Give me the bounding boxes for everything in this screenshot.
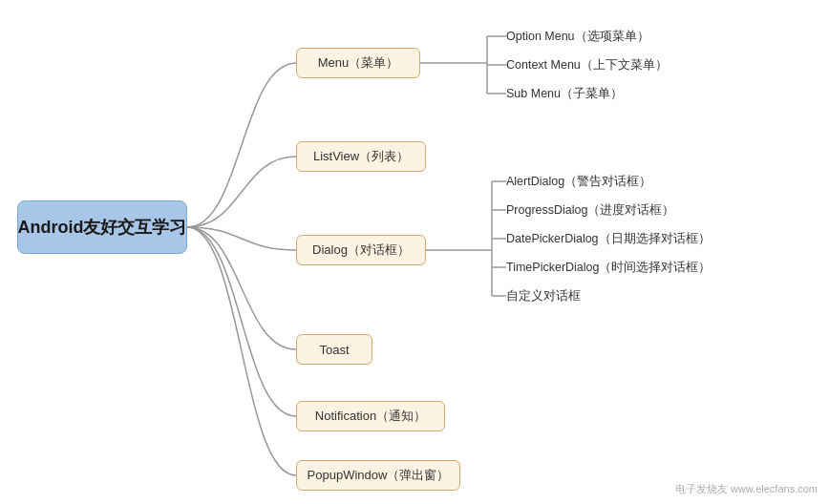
mid-dialog: Dialog（对话框） (296, 235, 426, 265)
mid-notification: Notification（通知） (296, 401, 445, 431)
mid-listview: ListView（列表） (296, 141, 426, 172)
leaf-context-menu: Context Menu（上下文菜单） (506, 53, 716, 76)
mid-menu: Menu（菜单） (296, 48, 420, 78)
leaf-option-menu: Option Menu（选项菜单） (506, 25, 716, 48)
mid-toast: Toast (296, 334, 372, 365)
leaf-sub-menu: Sub Menu（子菜单） (506, 82, 716, 105)
leaf-datepicker: DatePickerDialog（日期选择对话框） (506, 227, 755, 250)
root-node: Android友好交互学习 (17, 200, 187, 254)
mid-popupwindow: PopupWindow（弹出窗） (296, 460, 460, 491)
leaf-custom-dialog: 自定义对话框 (506, 284, 726, 307)
leaf-timepicker: TimePickerDialog（时间选择对话框） (506, 256, 755, 279)
leaf-progress-dialog: ProgressDialog（进度对话框） (506, 199, 726, 221)
leaf-alert-dialog: AlertDialog（警告对话框） (506, 170, 726, 193)
watermark: 电子发烧友 www.elecfans.com (675, 482, 818, 496)
